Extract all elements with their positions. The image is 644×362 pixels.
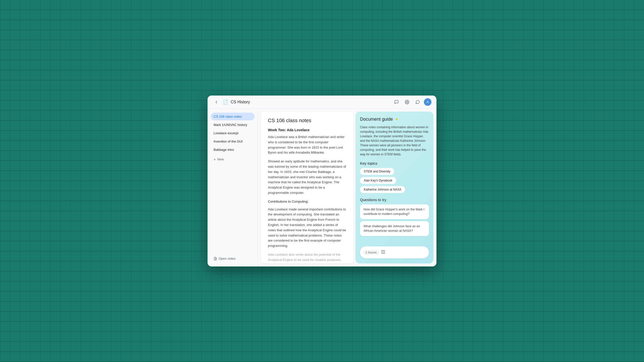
doc-section-title: Week Two: Ada Lovelace — [268, 128, 346, 132]
doc-paragraph-3: Ada Lovelace made several important cont… — [268, 207, 346, 249]
back-button[interactable] — [213, 98, 220, 106]
doc-paragraph-1: Ada Lovelace was a British mathematician… — [268, 134, 346, 155]
open-notes-button[interactable]: Open notes — [211, 255, 255, 262]
header-left: 📄 CS History — [213, 98, 250, 106]
guide-star-icon: ✦ — [395, 117, 398, 122]
tags-container: STEM and Diversity Alan Kay's Dynabook K… — [360, 168, 429, 193]
header-right: A — [392, 98, 431, 106]
header: 📄 CS History A — [208, 96, 436, 109]
header-title: CS History — [231, 100, 250, 104]
source-badge[interactable]: 1 Source — [363, 250, 379, 255]
document-area: CS 106 class notes Week Two: Ada Lovelac… — [261, 112, 353, 263]
settings-icon-btn[interactable] — [403, 98, 411, 106]
question-card-2[interactable]: What challenges did Johnson face as an A… — [360, 221, 429, 236]
doc-icon: 📄 — [223, 99, 228, 105]
main-content: CS 106 class notes Mark 1/UNIVAC history… — [208, 109, 436, 266]
tag-stem-diversity[interactable]: STEM and Diversity — [360, 168, 394, 175]
sidebar-item-lovelace[interactable]: Lovelace excerpt — [211, 129, 255, 137]
doc-paragraph-contributions: Contributions to Computing: — [268, 199, 346, 204]
questions-section: Questions to try How did Grace Hopper's … — [360, 198, 429, 238]
notes-icon — [214, 257, 217, 260]
question-card-1[interactable]: How did Grace Hopper's work on the Mark … — [360, 204, 429, 219]
questions-heading: Questions to try — [360, 198, 429, 202]
chat-icon-btn[interactable] — [413, 98, 422, 106]
key-topics-heading: Key topics — [360, 161, 429, 165]
tag-katherine-johnson[interactable]: Katherine Johnson at NASA — [360, 186, 405, 193]
doc-paragraph-4: Ada Lovelace also wrote about the potent… — [268, 252, 346, 263]
sidebar-item-babbage[interactable]: Babbage intro — [211, 146, 255, 154]
guide-description: Class notes containing information about… — [360, 125, 429, 157]
guide-panel: Document guide ✦ Class notes containing … — [355, 112, 433, 263]
guide-header: Document guide ✦ — [360, 117, 429, 122]
new-button[interactable]: + New — [211, 155, 255, 163]
sidebar-item-gui[interactable]: Invention of the GUI — [211, 138, 255, 145]
open-notes-label: Open notes — [219, 257, 235, 260]
tag-alan-kay[interactable]: Alan Kay's Dynabook — [360, 177, 396, 184]
sidebar-item-mark1[interactable]: Mark 1/UNIVAC history — [211, 121, 255, 129]
sidebar-item-cs106[interactable]: CS 106 class notes — [211, 113, 255, 120]
avatar[interactable]: A — [424, 98, 431, 106]
sidebar: CS 106 class notes Mark 1/UNIVAC history… — [208, 109, 258, 266]
svg-point-0 — [407, 101, 408, 103]
guide-input-field[interactable] — [389, 251, 431, 254]
comment-icon-btn[interactable] — [392, 98, 401, 106]
format-icon[interactable] — [381, 250, 385, 255]
doc-title: CS 106 class notes — [268, 118, 346, 123]
doc-paragraph-2: Showed an early aptitude for mathematics… — [268, 159, 346, 196]
guide-title: Document guide — [360, 117, 393, 122]
guide-input-row: 1 Source — [360, 246, 429, 258]
app-window: 📄 CS History A — [208, 96, 436, 266]
plus-icon: + — [214, 157, 216, 161]
